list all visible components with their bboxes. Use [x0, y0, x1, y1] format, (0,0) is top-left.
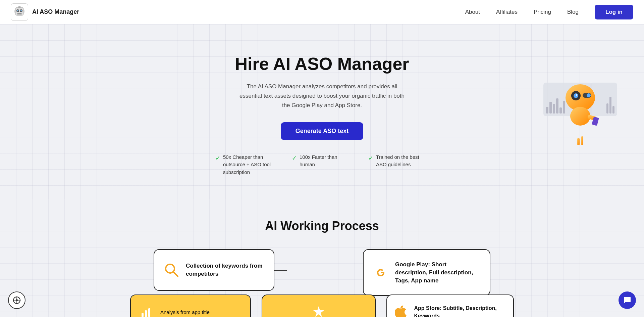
process-card-center-yellow [262, 295, 376, 317]
card-google-text: Google Play: Short description, Full des… [395, 261, 480, 284]
process-cards-row2: Analysis from app title App Store: Subti… [27, 289, 617, 317]
svg-point-31 [16, 303, 17, 304]
google-icon [373, 265, 388, 280]
appstore-card-text: App Store: Subtitle, Description, Keywor… [414, 305, 505, 317]
connector-right-1 [274, 270, 287, 271]
bar-r2 [609, 97, 611, 114]
chat-icon [623, 296, 631, 304]
process-card-partial-left: Analysis from app title [130, 295, 251, 317]
svg-line-21 [173, 272, 178, 276]
svg-rect-6 [18, 6, 21, 8]
partial-card-left-text: Analysis from app title [160, 309, 210, 315]
bar-1 [546, 107, 548, 114]
left-widget[interactable] [8, 291, 25, 309]
hero-subtitle: The AI ASO Manager analyzes competitors … [235, 82, 409, 110]
process-section: AI Working Process Collection of keyword… [0, 199, 644, 317]
robot-illustration [543, 79, 617, 160]
nav-link-about[interactable]: About [465, 9, 480, 15]
google-icon-wrapper [373, 263, 388, 282]
hero-badges: ✓ 50x Cheaper than outsource + ASO tool … [215, 153, 429, 176]
badge-trained: ✓ Trained on the best ASO guidelines [368, 153, 429, 169]
logo[interactable]: AI ASO Manager [11, 3, 79, 21]
nav-link-blog[interactable]: Blog [567, 9, 579, 15]
svg-rect-19 [581, 136, 583, 145]
navbar: AI ASO Manager About Affiliates Pricing … [0, 0, 644, 24]
check-icon-3: ✓ [368, 154, 373, 163]
svg-rect-7 [14, 10, 16, 13]
search-icon-wrapper [164, 261, 179, 279]
svg-point-30 [16, 297, 17, 298]
bar-2 [549, 102, 552, 114]
bar-r1 [606, 103, 608, 114]
bar-r3 [612, 106, 614, 114]
process-card-appstore: App Store: Subtitle, Description, Keywor… [386, 295, 514, 317]
badge-cheaper-text: 50x Cheaper than outsource + ASO tool su… [223, 153, 276, 176]
svg-point-11 [574, 93, 578, 98]
reel-icon [13, 296, 21, 304]
process-card-google: Google Play: Short description, Full des… [363, 249, 490, 296]
apple-icon [395, 306, 407, 317]
robot-svg [562, 81, 599, 145]
svg-point-12 [576, 94, 577, 96]
check-icon-2: ✓ [292, 154, 297, 163]
svg-point-33 [20, 300, 21, 301]
svg-point-15 [570, 107, 590, 126]
svg-rect-24 [148, 308, 150, 317]
check-icon-1: ✓ [215, 154, 220, 163]
nav-link-pricing[interactable]: Pricing [534, 9, 551, 15]
logo-text: AI ASO Manager [32, 8, 79, 15]
chat-widget[interactable] [619, 291, 636, 309]
card-keywords-text: Collection of keywords from competitors [186, 262, 264, 278]
svg-rect-5 [17, 13, 22, 14]
badge-faster-text: 100x Faster than human [300, 153, 352, 169]
svg-point-14 [587, 93, 591, 97]
apple-icon-wrapper [395, 305, 408, 317]
generate-aso-button[interactable]: Generate ASO text [281, 122, 363, 140]
bar-5 [559, 107, 562, 114]
badge-faster: ✓ 100x Faster than human [292, 153, 352, 169]
badge-cheaper: ✓ 50x Cheaper than outsource + ASO tool … [215, 153, 276, 176]
svg-marker-25 [313, 306, 324, 317]
svg-rect-22 [142, 313, 144, 317]
hero-title: Hire AI ASO Manager [235, 54, 409, 74]
analysis-icon-wrapper [139, 305, 154, 317]
bar-3 [553, 104, 555, 114]
screen-bars-right [606, 97, 614, 114]
nav-link-affiliates[interactable]: Affiliates [496, 9, 518, 15]
process-card-keywords: Collection of keywords from competitors [154, 249, 274, 291]
svg-rect-18 [577, 138, 580, 145]
svg-point-32 [13, 300, 14, 301]
nav-links: About Affiliates Pricing Blog Log in [465, 5, 633, 19]
chart-icon [140, 306, 152, 317]
search-icon [164, 262, 179, 278]
logo-icon [11, 3, 28, 21]
login-button[interactable]: Log in [595, 5, 633, 19]
svg-point-4 [20, 10, 22, 11]
robot-logo-svg [13, 6, 25, 18]
svg-rect-8 [23, 10, 24, 13]
bar-4 [556, 98, 558, 114]
hero-section: Hire AI ASO Manager The AI ASO Manager a… [0, 24, 644, 199]
badge-trained-text: Trained on the best ASO guidelines [376, 153, 429, 169]
svg-point-3 [17, 10, 18, 11]
robot-svg-wrapper [562, 81, 599, 146]
process-section-title: AI Working Process [27, 219, 617, 233]
stars-icon [311, 305, 326, 317]
svg-rect-23 [145, 310, 147, 317]
